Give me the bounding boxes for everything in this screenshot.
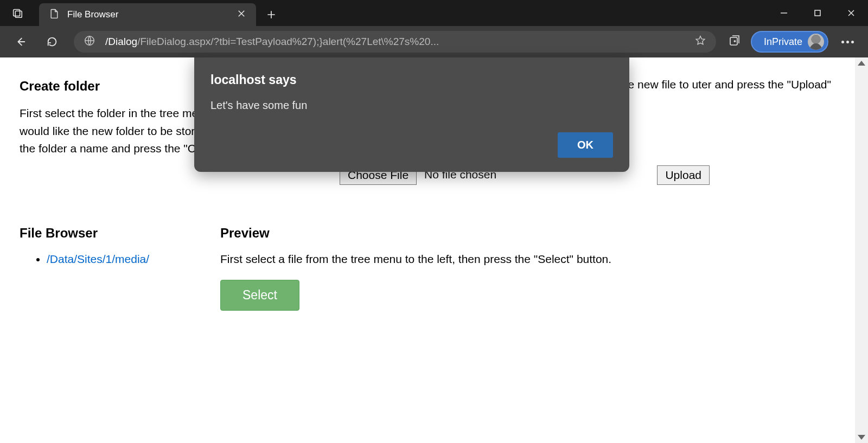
page-icon — [49, 7, 60, 23]
preview-help-text: First select a file from the tree menu t… — [220, 251, 835, 268]
favorite-icon[interactable] — [694, 35, 706, 49]
svg-rect-1 — [15, 11, 22, 17]
javascript-alert-dialog: localhost says Let's have some fun OK — [194, 57, 629, 172]
select-button[interactable]: Select — [220, 280, 299, 311]
window-controls — [767, 0, 868, 26]
browser-toolbar: /Dialog/FileDialog.aspx/?tbi=TestPayload… — [0, 26, 868, 57]
inprivate-label: InPrivate — [764, 36, 802, 48]
maximize-button[interactable] — [801, 0, 834, 26]
url-text: /Dialog/FileDialog.aspx/?tbi=TestPayload… — [105, 36, 685, 48]
tree-item: /Data/Sites/1/media/ — [47, 251, 220, 268]
close-tab-icon[interactable] — [237, 9, 246, 21]
scroll-down-icon[interactable] — [858, 435, 865, 440]
collections-icon[interactable] — [728, 34, 741, 49]
scroll-up-icon[interactable] — [858, 61, 865, 66]
folder-tree: /Data/Sites/1/media/ — [20, 251, 220, 268]
tab-strip: File Browser — [35, 0, 767, 26]
file-browser-heading: File Browser — [20, 223, 220, 243]
tab-title: File Browser — [67, 9, 229, 20]
settings-menu-button[interactable] — [838, 41, 857, 43]
vertical-scrollbar[interactable] — [855, 57, 868, 443]
preview-heading: Preview — [220, 223, 835, 243]
profile-avatar-icon — [808, 34, 824, 50]
svg-rect-0 — [14, 10, 20, 16]
tab-actions-button[interactable] — [0, 0, 35, 26]
tree-link-media[interactable]: /Data/Sites/1/media/ — [47, 253, 149, 265]
back-button[interactable] — [11, 32, 30, 52]
inprivate-badge[interactable]: InPrivate — [751, 31, 828, 53]
refresh-button[interactable] — [42, 32, 62, 52]
minimize-button[interactable] — [767, 0, 801, 26]
upload-button[interactable]: Upload — [657, 165, 710, 185]
new-tab-button[interactable] — [259, 3, 283, 26]
alert-title: localhost says — [210, 73, 613, 87]
alert-ok-button[interactable]: OK — [558, 132, 613, 158]
svg-rect-2 — [815, 10, 820, 16]
browser-titlebar: File Browser — [0, 0, 868, 26]
browser-tab-active[interactable]: File Browser — [39, 3, 256, 26]
close-window-button[interactable] — [834, 0, 868, 26]
alert-message: Let's have some fun — [210, 99, 613, 112]
site-info-icon[interactable] — [84, 35, 95, 49]
address-bar[interactable]: /Dialog/FileDialog.aspx/?tbi=TestPayload… — [74, 31, 716, 53]
